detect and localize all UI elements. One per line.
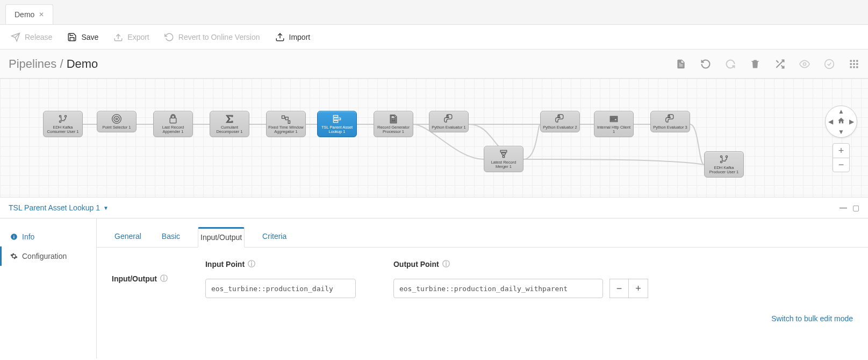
minimize-icon[interactable]: — (840, 203, 847, 212)
input-label: Input Point ⓘ (205, 259, 356, 269)
eye-icon[interactable] (799, 59, 810, 69)
tab-criteria[interactable]: Criteria (260, 227, 289, 247)
release-label: Release (25, 33, 52, 41)
pipeline-node[interactable]: Internal Http Client 1 (594, 111, 634, 137)
config-tabs: General Basic Input/Output Criteria (97, 218, 868, 248)
pipeline-node[interactable]: Python Evaluator 2 (540, 111, 580, 132)
document-tabs: Demo ✕ (0, 0, 868, 25)
bulk-edit-link[interactable]: Switch to bulk edit mode (97, 310, 868, 334)
pipeline-node[interactable]: TSL Parent Asset Lookup 1 (317, 111, 357, 137)
tab-general[interactable]: General (112, 227, 144, 247)
output-label: Output Point ⓘ (393, 259, 648, 269)
pipeline-links (0, 79, 868, 197)
svg-rect-8 (850, 66, 852, 68)
document-icon[interactable] (676, 59, 686, 69)
node-label: Python Evaluator 3 (653, 125, 687, 130)
pan-down-icon[interactable]: ▼ (838, 128, 844, 136)
release-button[interactable]: Release (11, 32, 52, 42)
side-nav: i Info Configuration (0, 218, 97, 358)
canvas-nav: ▲ ◀ ▶ ▼ + − (825, 105, 857, 172)
pipeline-canvas[interactable]: EDH Kafka Consumer User 1Point Selector … (0, 79, 868, 197)
header-actions (676, 59, 859, 69)
breadcrumb-root[interactable]: Pipelines (9, 57, 56, 70)
side-item-label: Info (22, 232, 34, 241)
node-icon (58, 114, 68, 124)
close-icon[interactable]: ✕ (39, 11, 44, 18)
save-button[interactable]: Save (67, 32, 98, 42)
info-icon[interactable]: ⓘ (248, 259, 255, 269)
header: Pipelines / Demo (0, 50, 868, 79)
pan-up-icon[interactable]: ▲ (838, 108, 844, 115)
tab-basic[interactable]: Basic (159, 227, 183, 247)
node-icon (555, 114, 565, 124)
node-label: Point Selector 1 (103, 125, 131, 130)
node-label: Cumulant Decomposer 1 (211, 125, 248, 135)
node-icon (665, 114, 676, 124)
expand-icon[interactable]: ▢ (852, 203, 859, 212)
apps-icon[interactable] (849, 59, 859, 69)
node-icon (332, 114, 342, 124)
tab-input-output[interactable]: Input/Output (198, 227, 245, 248)
redo-icon[interactable] (725, 59, 736, 69)
node-label: Latest Record Merger 1 (485, 160, 522, 170)
add-row-button[interactable]: + (629, 279, 648, 298)
toolbar: Release Save Export Revert to Online Ver… (0, 25, 868, 50)
node-icon (443, 114, 454, 124)
svg-rect-2 (850, 60, 852, 61)
zoom-in-button[interactable]: + (833, 144, 849, 158)
save-label: Save (81, 33, 98, 41)
export-label: Export (127, 33, 149, 41)
tab-demo[interactable]: Demo ✕ (5, 4, 53, 24)
chevron-down-icon: ▼ (103, 205, 109, 211)
output-column: Output Point ⓘ − + (393, 259, 648, 298)
input-label-text: Input Point (205, 260, 245, 269)
pipeline-node[interactable]: Python Evaluator 1 (429, 111, 469, 132)
pipeline-node[interactable]: EDH Kafka Producer User 1 (704, 151, 744, 178)
import-label: Import (289, 33, 311, 41)
output-point-field[interactable] (393, 279, 603, 298)
pan-home-icon[interactable] (837, 117, 845, 126)
pipeline-node[interactable]: Latest Record Merger 1 (484, 146, 523, 172)
pipeline-node[interactable]: Fixed Time Window Aggregator 1 (266, 111, 306, 137)
info-icon[interactable]: ⓘ (160, 274, 168, 284)
pan-right-icon[interactable]: ▶ (849, 118, 854, 125)
remove-row-button[interactable]: − (609, 279, 629, 298)
pipeline-node[interactable]: Cumulant Decomposer 1 (210, 111, 249, 137)
undo-icon[interactable] (700, 59, 711, 69)
pipeline-node[interactable]: Python Evaluator 3 (650, 111, 690, 132)
pan-left-icon[interactable]: ◀ (828, 118, 833, 125)
pipeline-node[interactable]: Last Record Appender 1 (153, 111, 193, 137)
trash-icon[interactable] (750, 59, 761, 69)
side-item-info[interactable]: i Info (0, 227, 96, 246)
svg-rect-5 (850, 63, 852, 65)
section-label-text: Input/Output (112, 274, 157, 283)
pipeline-node[interactable]: Record Generator Processor 1 (374, 111, 413, 137)
pipeline-node[interactable]: Point Selector 1 (97, 111, 137, 132)
zoom-out-button[interactable]: − (833, 158, 849, 172)
node-icon (224, 114, 235, 124)
input-column: Input Point ⓘ (205, 259, 356, 298)
panel-title-dropdown[interactable]: TSL Parent Asset Lookup 1 ▼ (9, 203, 109, 212)
export-button[interactable]: Export (113, 32, 149, 42)
detail-body: General Basic Input/Output Criteria Inpu… (97, 218, 868, 358)
info-icon[interactable]: ⓘ (442, 259, 450, 269)
check-circle-icon[interactable] (824, 59, 835, 69)
node-label: Python Evaluator 1 (432, 125, 465, 130)
input-point-field[interactable] (205, 279, 356, 298)
svg-rect-3 (853, 60, 855, 61)
side-item-configuration[interactable]: Configuration (0, 246, 96, 266)
pipeline-node[interactable]: EDH Kafka Consumer User 1 (43, 111, 83, 137)
shuffle-icon[interactable] (774, 59, 785, 69)
import-button[interactable]: Import (275, 32, 311, 42)
revert-button[interactable]: Revert to Online Version (164, 32, 260, 42)
gear-icon (10, 252, 18, 260)
revert-label: Revert to Online Version (178, 33, 260, 41)
zoom-controls: + − (833, 143, 850, 172)
tab-label: Demo (15, 10, 34, 19)
pan-compass: ▲ ◀ ▶ ▼ (825, 105, 857, 138)
revert-icon (164, 32, 174, 42)
panel-header: TSL Parent Asset Lookup 1 ▼ — ▢ (0, 197, 868, 218)
node-label: Python Evaluator 2 (543, 125, 577, 130)
svg-rect-9 (853, 66, 855, 68)
svg-point-0 (804, 62, 806, 65)
